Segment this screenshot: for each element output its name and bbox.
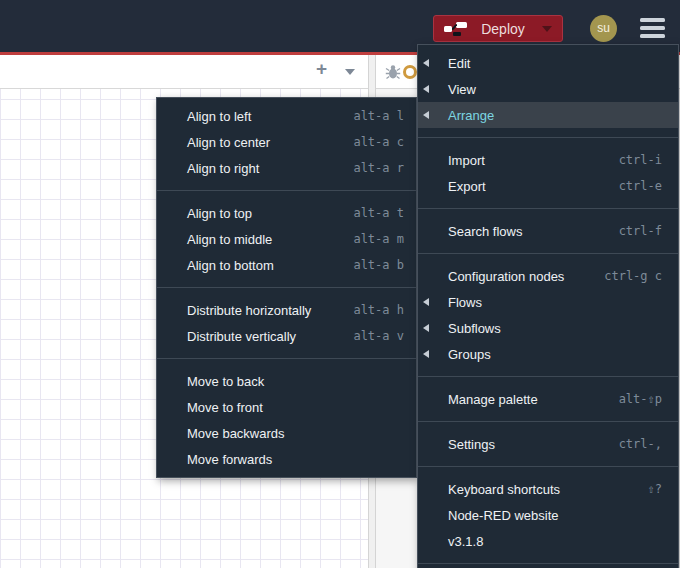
menu-item-shortcut: ⇧? [648, 482, 662, 496]
menu-item-settings[interactable]: Settingsctrl-, [418, 431, 678, 457]
submenu-caret-left-icon [423, 324, 429, 332]
menu-item-configuration-nodes[interactable]: Configuration nodesctrl-g c [418, 263, 678, 289]
hamburger-bar [640, 18, 665, 22]
menu-separator [418, 137, 678, 138]
menu-item-label: Move to back [187, 374, 404, 389]
menu-item-align-to-bottom[interactable]: Align to bottomalt-a b [157, 252, 416, 278]
submenu-caret-left-icon [423, 85, 429, 93]
menu-item-move-to-front[interactable]: Move to front [157, 394, 416, 420]
menu-item-edit[interactable]: Edit [418, 50, 678, 76]
menu-item-label: Align to left [187, 109, 353, 124]
menu-item-label: Settings [448, 437, 619, 452]
menu-item-shortcut: alt-a r [353, 161, 404, 175]
menu-item-label: Node-RED website [448, 508, 662, 523]
menu-item-label: Import [448, 153, 619, 168]
submenu-caret-left-icon [423, 59, 429, 67]
node-status-orange-icon[interactable] [403, 65, 417, 79]
menu-item-export[interactable]: Exportctrl-e [418, 173, 678, 199]
debug-bug-icon[interactable] [385, 64, 401, 84]
menu-item-move-backwards[interactable]: Move backwards [157, 420, 416, 446]
submenu-caret-left-icon [423, 350, 429, 358]
menu-item-shortcut: ctrl-, [619, 437, 662, 451]
menu-item-label: View [448, 82, 662, 97]
menu-separator [418, 376, 678, 377]
menu-separator [418, 253, 678, 254]
menu-item-label: Flows [448, 295, 662, 310]
menu-separator [418, 466, 678, 467]
menu-item-search-flows[interactable]: Search flowsctrl-f [418, 218, 678, 244]
hamburger-bar [640, 26, 665, 30]
menu-item-shortcut: ctrl-i [619, 153, 662, 167]
deploy-button[interactable]: Deploy [433, 15, 563, 42]
menu-item-v3-1-8[interactable]: v3.1.8 [418, 528, 678, 554]
menu-item-keyboard-shortcuts[interactable]: Keyboard shortcuts⇧? [418, 476, 678, 502]
menu-item-shortcut: ctrl-e [619, 179, 662, 193]
menu-item-label: Configuration nodes [448, 269, 604, 284]
menu-item-import[interactable]: Importctrl-i [418, 147, 678, 173]
menu-item-label: Move backwards [187, 426, 404, 441]
menu-item-align-to-right[interactable]: Align to rightalt-a r [157, 155, 416, 181]
menu-item-distribute-vertically[interactable]: Distribute verticallyalt-a v [157, 323, 416, 349]
menu-item-move-forwards[interactable]: Move forwards [157, 446, 416, 472]
menu-item-shortcut: alt-a b [353, 258, 404, 272]
menu-item-align-to-middle[interactable]: Align to middlealt-a m [157, 226, 416, 252]
menu-item-label: Distribute vertically [187, 329, 353, 344]
menu-item-shortcut: alt-a h [353, 303, 404, 317]
menu-item-label: Align to middle [187, 232, 353, 247]
deploy-icon [444, 21, 468, 37]
menu-item-align-to-left[interactable]: Align to leftalt-a l [157, 103, 416, 129]
node-red-editor: + Deploy su [0, 0, 680, 568]
menu-item-shortcut: alt-a c [353, 135, 404, 149]
menu-item-label: v3.1.8 [448, 534, 662, 549]
main-menu-dropdown: EditViewArrangeImportctrl-iExportctrl-eS… [417, 44, 679, 568]
menu-item-shortcut: alt-a m [353, 232, 404, 246]
menu-item-label: Distribute horizontally [187, 303, 353, 318]
hamburger-bar [640, 34, 665, 38]
menu-separator [418, 563, 678, 564]
menu-separator [157, 287, 416, 288]
menu-item-manage-palette[interactable]: Manage palettealt-⇧p [418, 386, 678, 412]
menu-item-shortcut: alt-a v [353, 329, 404, 343]
submenu-caret-left-icon [423, 111, 429, 119]
flow-list-dropdown-icon[interactable] [345, 69, 355, 75]
arrange-submenu: Align to leftalt-a lAlign to centeralt-a… [156, 97, 417, 478]
menu-item-distribute-horizontally[interactable]: Distribute horizontallyalt-a h [157, 297, 416, 323]
menu-item-shortcut: alt-a l [353, 109, 404, 123]
menu-item-subflows[interactable]: Subflows [418, 315, 678, 341]
deploy-options-caret-icon[interactable] [542, 26, 552, 32]
menu-item-label: Export [448, 179, 619, 194]
menu-separator [418, 208, 678, 209]
user-avatar[interactable]: su [590, 15, 617, 42]
menu-separator [157, 358, 416, 359]
deploy-label: Deploy [468, 21, 538, 37]
menu-separator [157, 190, 416, 191]
workspace-tab-bar: + [0, 55, 368, 89]
menu-item-label: Align to center [187, 135, 353, 150]
menu-item-node-red-website[interactable]: Node-RED website [418, 502, 678, 528]
add-flow-button[interactable]: + [316, 58, 327, 80]
menu-item-shortcut: alt-⇧p [619, 392, 662, 406]
menu-item-view[interactable]: View [418, 76, 678, 102]
menu-item-label: Arrange [448, 108, 662, 123]
menu-item-label: Keyboard shortcuts [448, 482, 648, 497]
menu-item-label: Move to front [187, 400, 404, 415]
main-menu-button[interactable] [640, 18, 665, 42]
menu-item-arrange[interactable]: Arrange [418, 102, 678, 128]
menu-separator [418, 421, 678, 422]
menu-item-label: Align to top [187, 206, 353, 221]
menu-item-groups[interactable]: Groups [418, 341, 678, 367]
menu-item-align-to-center[interactable]: Align to centeralt-a c [157, 129, 416, 155]
menu-item-shortcut: ctrl-g c [604, 269, 662, 283]
menu-item-flows[interactable]: Flows [418, 289, 678, 315]
menu-item-label: Search flows [448, 224, 619, 239]
submenu-caret-left-icon [423, 298, 429, 306]
menu-item-label: Manage palette [448, 392, 619, 407]
menu-item-label: Align to right [187, 161, 353, 176]
menu-item-shortcut: alt-a t [353, 206, 404, 220]
menu-item-align-to-top[interactable]: Align to topalt-a t [157, 200, 416, 226]
menu-item-move-to-back[interactable]: Move to back [157, 368, 416, 394]
menu-item-label: Align to bottom [187, 258, 353, 273]
menu-item-label: Groups [448, 347, 662, 362]
menu-item-label: Subflows [448, 321, 662, 336]
menu-item-label: Edit [448, 56, 662, 71]
